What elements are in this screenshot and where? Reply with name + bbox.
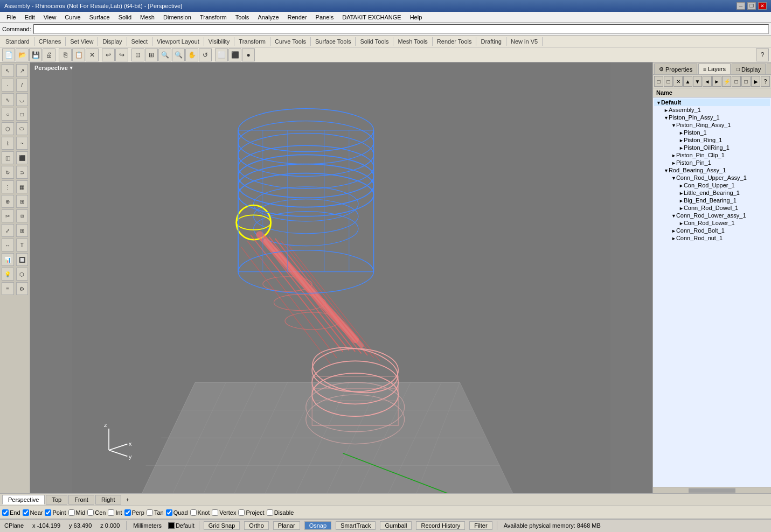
layer-item-17[interactable]: ►Conn_Rod_Bolt_1 (654, 227, 770, 234)
polygon-btn[interactable]: ⬡ (2, 122, 14, 135)
expand-icon-13[interactable]: ► (679, 198, 684, 204)
move-up-btn[interactable]: ▲ (683, 76, 692, 87)
split-btn[interactable]: ⧇ (16, 209, 29, 222)
tab-display[interactable]: □ Display (732, 64, 766, 74)
surface-btn[interactable]: ◫ (2, 151, 14, 164)
snap-cb-end[interactable] (2, 509, 9, 516)
menu-file[interactable]: File (2, 13, 20, 22)
zoom-out-btn[interactable]: 🔍 (172, 48, 185, 61)
shade-btn[interactable]: ⬛ (228, 48, 241, 61)
toolbar-tab-curve-tools[interactable]: Curve Tools (270, 37, 311, 46)
circle-btn[interactable]: ○ (2, 108, 14, 121)
toolbar-tab-solid-tools[interactable]: Solid Tools (356, 37, 393, 46)
vp-tab-perspective[interactable]: Perspective (2, 495, 45, 505)
layer-item-4[interactable]: ►Piston_1 (654, 129, 770, 136)
layer-item-13[interactable]: ►Big_End_Bearing_1 (654, 197, 770, 204)
text-btn[interactable]: T (16, 239, 29, 251)
wire-btn[interactable]: ⬜ (215, 48, 228, 61)
panel-scrollbar[interactable] (653, 487, 771, 493)
new-layer-btn[interactable]: □ (654, 76, 663, 87)
tab-layers[interactable]: ≡ Layers (698, 64, 731, 74)
help2-btn[interactable]: ? (761, 76, 770, 87)
gumball-btn[interactable]: Gumball (380, 521, 412, 530)
delete-btn[interactable]: ✕ (86, 48, 99, 61)
command-input[interactable] (33, 24, 769, 34)
select-btn[interactable]: ↖ (2, 64, 14, 77)
vp-tab-top[interactable]: Top (46, 495, 67, 505)
zoom-win-btn[interactable]: ⊞ (145, 48, 158, 61)
expand-icon-1[interactable]: ► (664, 108, 669, 113)
new-btn[interactable]: 📄 (2, 48, 15, 61)
layer-item-12[interactable]: ►Little_end_Bearing_1 (654, 189, 770, 197)
vp-tab-right[interactable]: Right (95, 495, 121, 505)
print-btn[interactable]: 🖨 (43, 48, 55, 61)
snap-cb-near[interactable] (23, 509, 29, 516)
snap-cb-disable[interactable] (267, 509, 273, 516)
snap-cb-int[interactable] (108, 509, 114, 516)
spline-btn[interactable]: ~ (16, 137, 29, 150)
expand-icon-18[interactable]: ► (671, 236, 676, 241)
menu-render[interactable]: Render (283, 13, 311, 22)
prop-btn[interactable]: ⚙ (16, 282, 29, 295)
material-btn[interactable]: ⬡ (16, 268, 29, 281)
next-btn[interactable]: ► (712, 76, 721, 87)
extrude-btn[interactable]: ⬛ (16, 151, 29, 164)
menu-curve[interactable]: Curve (60, 13, 85, 22)
restore-btn[interactable]: ❐ (747, 2, 756, 10)
smarttrack-btn[interactable]: SmartTrack (336, 521, 376, 530)
redo-btn[interactable]: ↪ (115, 48, 128, 61)
play-btn[interactable]: ▶ (751, 76, 760, 87)
expand-icon-16[interactable]: ► (679, 221, 684, 226)
loft-btn[interactable]: ⋮ (2, 180, 14, 193)
snap-cb-knot[interactable] (190, 509, 197, 516)
toolbar-tab-transform[interactable]: Transform (234, 37, 270, 46)
grid-snap-btn[interactable]: Grid Snap (204, 521, 240, 530)
toolbar-tab-viewport-layout[interactable]: Viewport Layout (152, 37, 204, 46)
toolbar-tab-cplanes[interactable]: CPlanes (34, 37, 66, 46)
snap-cb-vertex[interactable] (212, 509, 218, 516)
expand-icon-7[interactable]: ► (671, 153, 676, 158)
zoom-in-btn[interactable]: 🔍 (158, 48, 171, 61)
layer-item-10[interactable]: ▼Conn_Rod_Upper_Assy_1 (654, 174, 770, 181)
toolbar-tab-select[interactable]: Select (127, 37, 153, 46)
layer-item-0[interactable]: ▼Default (654, 99, 770, 106)
menu-solid[interactable]: Solid (114, 13, 136, 22)
sweep-btn[interactable]: ⊃ (16, 166, 29, 179)
viewport[interactable]: Perspective ▼ (30, 62, 652, 493)
expand-icon-2[interactable]: ▼ (664, 115, 669, 121)
planar-btn[interactable]: Planar (273, 521, 300, 530)
revolve-btn[interactable]: ↻ (2, 166, 14, 179)
layer-item-6[interactable]: ►Piston_OilRing_1 (654, 144, 770, 151)
menu-datakit exchange[interactable]: DATAKIT EXCHANGE (338, 13, 405, 22)
toolbar-tab-set-view[interactable]: Set View (66, 37, 98, 46)
osnap-btn[interactable]: Osnap (304, 521, 331, 530)
analyze-btn[interactable]: 📊 (2, 253, 14, 266)
menu-mesh[interactable]: Mesh (136, 13, 159, 22)
layer-item-2[interactable]: ▼Piston_Pin_Assy_1 (654, 114, 770, 121)
snap-cb-mid[interactable] (68, 509, 75, 516)
layer-item-14[interactable]: ►Conn_Rod_Dowel_1 (654, 204, 770, 212)
layer-item-5[interactable]: ►Piston_Ring_1 (654, 136, 770, 144)
render2-btn[interactable]: 💡 (2, 268, 14, 281)
snap-cb-quad[interactable] (166, 509, 172, 516)
toolbar-tab-new-in-v5[interactable]: New in V5 (506, 37, 543, 46)
expand-icon-12[interactable]: ► (679, 191, 684, 196)
ortho-btn[interactable]: Ortho (244, 521, 269, 530)
vp-tab-add[interactable]: + (122, 495, 133, 505)
rect-btn[interactable]: □ (16, 108, 29, 121)
layer-item-7[interactable]: ►Piston_Pin_Clip_1 (654, 151, 770, 159)
curve-btn[interactable]: ∿ (2, 93, 14, 106)
menu-analyze[interactable]: Analyze (253, 13, 283, 22)
toolbar-tab-display[interactable]: Display (98, 37, 127, 46)
toolbar-tab-render-tools[interactable]: Render Tools (433, 37, 477, 46)
layer-item-8[interactable]: ►Piston_Pin_1 (654, 159, 770, 166)
offset-btn[interactable]: ⊞ (16, 195, 29, 208)
zoom-extent-btn[interactable]: ⊡ (131, 48, 144, 61)
layer-item-18[interactable]: ►Conn_Rod_nut_1 (654, 234, 770, 242)
layer-item-9[interactable]: ▼Rod_Bearing_Assy_1 (654, 166, 770, 174)
select2-btn[interactable]: ↗ (16, 64, 29, 77)
expand-icon-5[interactable]: ► (679, 138, 684, 143)
expand-icon-0[interactable]: ▼ (656, 100, 661, 106)
patch-btn[interactable]: ▦ (16, 180, 29, 193)
filter-btn[interactable]: Filter (469, 521, 492, 530)
